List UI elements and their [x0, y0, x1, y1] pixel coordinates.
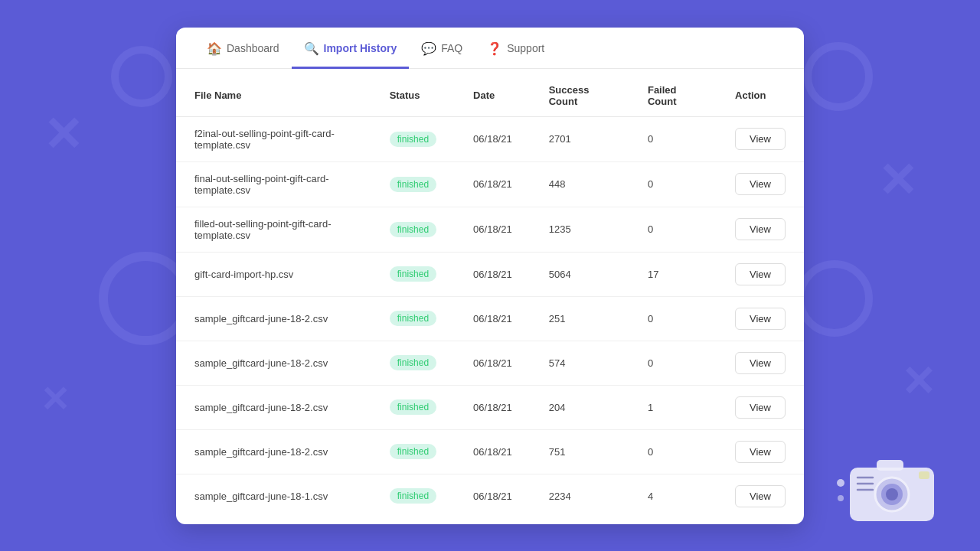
status-badge: finished [390, 311, 436, 326]
view-button[interactable]: View [735, 218, 786, 240]
table-row: sample_giftcard-june-18-2.csvfinished06/… [176, 385, 804, 429]
table-header-row: File Name Status Date Success Count Fail… [176, 75, 804, 117]
table-row: sample_giftcard-june-18-2.csvfinished06/… [176, 341, 804, 385]
svg-point-12 [881, 484, 903, 505]
main-card: 🏠 Dashboard 🔍 Import History 💬 FAQ ❓ Sup… [176, 28, 804, 524]
cell-date: 06/18/21 [455, 252, 531, 296]
svg-rect-10 [850, 468, 934, 521]
cell-success-count: 204 [531, 385, 629, 429]
cell-success-count: 5064 [531, 252, 629, 296]
cell-success-count: 751 [531, 429, 629, 474]
cell-failed-count: 17 [629, 252, 717, 296]
cell-failed-count: 0 [629, 296, 717, 341]
cell-action: View [717, 252, 804, 296]
cell-action: View [717, 341, 804, 385]
cell-date: 06/18/21 [455, 429, 531, 474]
view-button[interactable]: View [735, 173, 786, 195]
cell-status: finished [371, 296, 455, 341]
table-row: sample_giftcard-june-18-2.csvfinished06/… [176, 296, 804, 341]
view-button[interactable]: View [735, 128, 786, 150]
help-icon: ❓ [487, 41, 502, 56]
cell-action: View [717, 161, 804, 207]
table-row: f2inal-out-selling-point-gift-card-templ… [176, 116, 804, 161]
view-button[interactable]: View [735, 485, 786, 507]
cell-status: finished [371, 252, 455, 296]
cell-success-count: 2701 [531, 116, 629, 161]
cell-failed-count: 0 [629, 161, 717, 207]
view-button[interactable]: View [735, 396, 786, 419]
nav-item-support[interactable]: ❓ Support [475, 28, 557, 69]
cell-success-count: 574 [531, 341, 629, 385]
svg-point-6 [808, 46, 869, 107]
cell-status: finished [371, 474, 455, 518]
cell-status: finished [371, 385, 455, 429]
cell-date: 06/18/21 [455, 474, 531, 518]
table-row: final-out-selling-point-gift-card-templa… [176, 161, 804, 207]
cell-success-count: 251 [531, 296, 629, 341]
cell-action: View [717, 385, 804, 429]
cell-date: 06/18/21 [455, 341, 531, 385]
cell-date: 06/18/21 [455, 116, 531, 161]
cell-success-count: 1235 [531, 207, 629, 252]
svg-point-16 [837, 479, 844, 487]
cell-date: 06/18/21 [455, 385, 531, 429]
svg-point-17 [838, 495, 844, 501]
cell-action: View [717, 429, 804, 474]
cell-action: View [717, 116, 804, 161]
cell-status: finished [371, 116, 455, 161]
cell-failed-count: 0 [629, 341, 717, 385]
svg-point-5 [115, 50, 168, 103]
cell-file-name: sample_giftcard-june-18-2.csv [176, 341, 371, 385]
status-badge: finished [390, 488, 436, 504]
home-icon: 🏠 [207, 41, 222, 56]
cell-success-count: 2234 [531, 474, 629, 518]
status-badge: finished [390, 222, 436, 237]
col-header-status: Status [371, 75, 455, 117]
col-header-success-count: Success Count [531, 75, 629, 117]
nav-support-label: Support [507, 42, 544, 54]
table-row: gift-card-import-hp.csvfinished06/18/215… [176, 252, 804, 296]
col-header-date: Date [455, 75, 531, 117]
cell-failed-count: 4 [629, 474, 717, 518]
table-row: filled-out-selling-point-gift-card-templ… [176, 207, 804, 252]
view-button[interactable]: View [735, 308, 786, 330]
col-header-action: Action [717, 75, 804, 117]
navigation: 🏠 Dashboard 🔍 Import History 💬 FAQ ❓ Sup… [176, 28, 804, 69]
svg-point-4 [103, 256, 188, 341]
cell-action: View [717, 296, 804, 341]
cell-status: finished [371, 207, 455, 252]
cell-failed-count: 0 [629, 116, 717, 161]
cell-action: View [717, 474, 804, 518]
cell-file-name: gift-card-import-hp.csv [176, 252, 371, 296]
cell-failed-count: 0 [629, 207, 717, 252]
cell-file-name: filled-out-selling-point-gift-card-templ… [176, 207, 371, 252]
cell-file-name: sample_giftcard-june-18-2.csv [176, 296, 371, 341]
nav-item-import-history[interactable]: 🔍 Import History [292, 28, 410, 69]
view-button[interactable]: View [735, 441, 786, 463]
col-header-file-name: File Name [176, 75, 371, 117]
cell-failed-count: 1 [629, 385, 717, 429]
nav-item-faq[interactable]: 💬 FAQ [409, 28, 475, 69]
status-badge: finished [390, 444, 436, 459]
cell-status: finished [371, 341, 455, 385]
nav-item-dashboard[interactable]: 🏠 Dashboard [194, 28, 292, 69]
cell-failed-count: 0 [629, 429, 717, 474]
svg-text:×: × [42, 372, 69, 423]
cell-file-name: f2inal-out-selling-point-gift-card-templ… [176, 116, 371, 161]
view-button[interactable]: View [735, 263, 786, 285]
svg-point-13 [886, 488, 898, 500]
cell-file-name: sample_giftcard-june-18-1.csv [176, 474, 371, 518]
status-badge: finished [390, 177, 436, 192]
camera-decoration [835, 448, 957, 528]
svg-text:×: × [880, 144, 916, 212]
status-badge: finished [390, 399, 436, 415]
import-history-table: File Name Status Date Success Count Fail… [176, 75, 804, 518]
cell-status: finished [371, 429, 455, 474]
nav-faq-label: FAQ [441, 42, 462, 54]
table-row: sample_giftcard-june-18-1.csvfinished06/… [176, 474, 804, 518]
table-wrapper: File Name Status Date Success Count Fail… [176, 69, 804, 524]
search-icon: 🔍 [304, 41, 319, 56]
status-badge: finished [390, 355, 436, 370]
view-button[interactable]: View [735, 352, 786, 374]
svg-rect-15 [919, 471, 929, 479]
